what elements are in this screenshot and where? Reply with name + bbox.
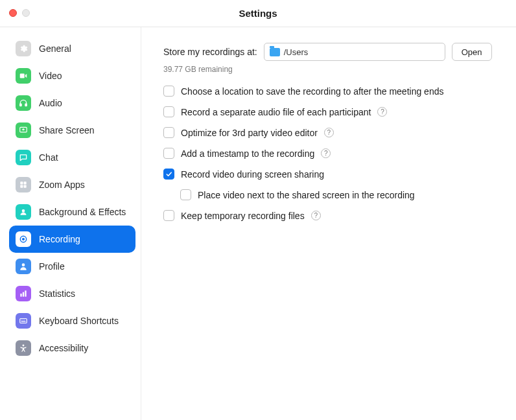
help-icon[interactable]: ? <box>321 148 331 158</box>
sidebar-item-profile[interactable]: Profile <box>9 253 135 280</box>
option-checkbox[interactable] <box>163 127 174 138</box>
option-row: Keep temporary recording files? <box>163 210 494 221</box>
option-label: Place video next to the shared screen in… <box>198 190 415 200</box>
option-label: Optimize for 3rd party video editor <box>181 128 318 138</box>
sidebar-item-label: General <box>39 43 71 54</box>
open-folder-button[interactable]: Open <box>452 43 492 61</box>
option-row: Record a separate audio file of each par… <box>163 106 494 117</box>
option-label: Choose a location to save the recording … <box>181 86 443 97</box>
svg-point-10 <box>22 238 25 240</box>
gear-icon <box>16 41 31 56</box>
sidebar-item-label: Audio <box>39 98 62 108</box>
profile-icon <box>16 259 31 274</box>
sidebar-item-audio[interactable]: Audio <box>9 89 135 117</box>
titlebar: Settings <box>0 0 516 27</box>
option-checkbox[interactable] <box>180 189 191 200</box>
svg-rect-2 <box>25 104 27 106</box>
svg-point-8 <box>22 210 25 213</box>
sidebar-item-label: Video <box>39 71 62 81</box>
sidebar-item-label: Background & Effects <box>39 207 126 217</box>
sidebar-item-label: Zoom Apps <box>39 180 85 190</box>
sidebar-item-label: Keyboard Shortcuts <box>39 316 119 326</box>
option-row: Add a timestamp to the recording? <box>163 148 494 159</box>
option-checkbox[interactable] <box>163 210 174 221</box>
svg-rect-0 <box>20 74 25 78</box>
share-screen-icon <box>16 122 31 138</box>
apps-icon <box>16 177 31 192</box>
sidebar-item-label: Accessibility <box>39 343 88 353</box>
sidebar-item-video[interactable]: Video <box>9 62 135 89</box>
option-label: Record video during screen sharing <box>181 169 324 180</box>
sidebar-item-label: Chat <box>39 152 58 163</box>
sidebar-item-zoom-apps[interactable]: Zoom Apps <box>9 171 135 198</box>
svg-rect-7 <box>24 185 27 188</box>
minimize-window-button[interactable] <box>22 9 30 17</box>
option-row: Place video next to the shared screen in… <box>180 189 494 200</box>
sidebar-item-chat[interactable]: Chat <box>9 144 135 171</box>
svg-point-16 <box>23 344 25 346</box>
store-location-label: Store my recordings at: <box>163 47 257 57</box>
sidebar-item-accessibility[interactable]: Accessibility <box>9 334 135 362</box>
window-title: Settings <box>239 8 277 19</box>
sidebar-item-label: Share Screen <box>39 125 95 135</box>
svg-rect-6 <box>20 185 23 188</box>
svg-point-11 <box>22 263 25 266</box>
close-window-button[interactable] <box>9 9 17 17</box>
keyboard-icon <box>16 313 31 329</box>
sidebar-item-general[interactable]: General <box>9 35 135 62</box>
store-location-row: Store my recordings at: /Users Open <box>163 43 494 61</box>
video-icon <box>16 68 31 84</box>
sidebar-item-keyboard-shortcuts[interactable]: Keyboard Shortcuts <box>9 307 135 334</box>
headphones-icon <box>16 95 31 111</box>
statistics-icon <box>16 286 31 301</box>
option-checkbox[interactable] <box>163 169 174 180</box>
window-controls <box>9 9 30 17</box>
sidebar-item-share-screen[interactable]: Share Screen <box>9 117 135 144</box>
storage-remaining: 39.77 GB remaining <box>163 65 494 74</box>
help-icon[interactable]: ? <box>377 107 387 117</box>
sidebar-item-recording[interactable]: Recording <box>9 226 135 253</box>
option-label: Keep temporary recording files <box>181 211 305 221</box>
sidebar-item-label: Recording <box>39 234 80 244</box>
svg-rect-5 <box>24 181 27 184</box>
background-icon <box>16 204 31 220</box>
chat-icon <box>16 150 31 165</box>
record-icon <box>16 231 31 247</box>
svg-rect-4 <box>20 181 23 184</box>
folder-icon <box>270 48 280 56</box>
recording-options: Choose a location to save the recording … <box>163 86 494 221</box>
svg-rect-14 <box>25 290 26 296</box>
help-icon[interactable]: ? <box>324 128 334 137</box>
svg-rect-1 <box>20 104 21 106</box>
sidebar-item-label: Statistics <box>39 288 75 299</box>
option-checkbox[interactable] <box>163 106 174 117</box>
option-row: Optimize for 3rd party video editor? <box>163 127 494 138</box>
option-label: Add a timestamp to the recording <box>181 148 314 159</box>
option-row: Record video during screen sharing <box>163 169 494 180</box>
content-pane: Store my recordings at: /Users Open 39.7… <box>141 27 516 420</box>
accessibility-icon <box>16 340 31 356</box>
option-checkbox[interactable] <box>163 86 174 97</box>
option-checkbox[interactable] <box>163 148 174 159</box>
recording-path-field[interactable]: /Users <box>264 43 445 61</box>
sidebar-item-statistics[interactable]: Statistics <box>9 280 135 307</box>
sidebar: GeneralVideoAudioShare ScreenChatZoom Ap… <box>0 27 141 420</box>
svg-rect-15 <box>20 319 27 323</box>
recording-path-value: /Users <box>284 47 309 57</box>
svg-rect-13 <box>23 292 24 297</box>
sidebar-item-label: Profile <box>39 261 65 272</box>
option-label: Record a separate audio file of each par… <box>181 107 371 117</box>
option-row: Choose a location to save the recording … <box>163 86 494 97</box>
svg-rect-12 <box>20 294 21 297</box>
sidebar-item-background-effects[interactable]: Background & Effects <box>9 198 135 226</box>
help-icon[interactable]: ? <box>311 211 321 220</box>
